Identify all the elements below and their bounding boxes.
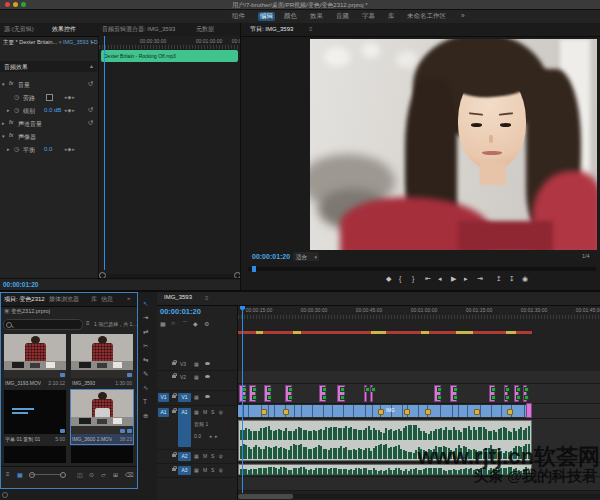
media-thumbnail[interactable] bbox=[4, 390, 66, 434]
effect-value[interactable]: 0.0 bbox=[44, 146, 52, 152]
solo-button[interactable]: S bbox=[211, 467, 214, 473]
v2-title-clip[interactable] bbox=[285, 385, 292, 402]
play-button[interactable]: ▶ bbox=[451, 275, 456, 283]
track-header-A1[interactable]: A1A1▦MSψ音频 10.0◂ ▸ bbox=[157, 406, 237, 450]
timeline-settings-icon[interactable]: ⚙ bbox=[204, 320, 209, 327]
effect-row-旁路[interactable]: ◷旁路◂◆▸ bbox=[0, 91, 97, 104]
zoom-slider-min-handle[interactable] bbox=[29, 472, 35, 478]
v2-title-clip[interactable] bbox=[264, 385, 271, 402]
track-toggle-icon[interactable]: ▦ bbox=[194, 453, 199, 459]
twirl-icon[interactable]: ▸ bbox=[7, 146, 10, 152]
workspace-tab-7[interactable]: 未命名工作区 bbox=[407, 12, 446, 21]
icon-view-button[interactable]: ▦ bbox=[17, 471, 23, 478]
track-volume-nav[interactable]: ◂ ▸ bbox=[209, 433, 218, 439]
scroll-dot[interactable] bbox=[2, 492, 8, 498]
v2-title-clip[interactable] bbox=[526, 403, 532, 418]
v2-title-clip[interactable] bbox=[504, 385, 508, 402]
track-enable-V3[interactable]: V3 bbox=[180, 361, 186, 367]
lock-icon[interactable] bbox=[172, 375, 176, 378]
v2-title-clip[interactable] bbox=[514, 385, 519, 402]
effect-value[interactable]: 0.0 dB bbox=[44, 107, 61, 113]
timeline-hscroll-handle[interactable] bbox=[238, 494, 293, 499]
effect-row-音量[interactable]: ▾fx音量↺ bbox=[0, 78, 97, 91]
stopwatch-icon[interactable]: ◷ bbox=[14, 145, 19, 152]
project-breadcrumb[interactable]: ▣ 变色2312.prproj bbox=[4, 308, 50, 315]
tool-razor[interactable]: ✂ bbox=[143, 342, 148, 350]
find-button[interactable]: ⊙ bbox=[89, 471, 94, 478]
track-toggle-icon[interactable]: ▦ bbox=[194, 409, 199, 415]
tool-pen[interactable]: ✎ bbox=[143, 370, 148, 378]
zoom-slider-max-handle[interactable] bbox=[60, 472, 66, 478]
step-forward-button[interactable]: ▸ bbox=[464, 275, 468, 283]
track-output-eye-icon[interactable] bbox=[205, 395, 210, 398]
lock-icon[interactable] bbox=[172, 362, 176, 365]
program-scrubber-playhead[interactable] bbox=[252, 266, 256, 272]
media-item[interactable]: IMG_3600 2.MOV38:23 bbox=[71, 390, 133, 444]
mic-icon[interactable]: ψ bbox=[219, 409, 223, 415]
audio-clip-bar[interactable]: Dexter Britain - Rocking Off.mp3 bbox=[101, 50, 238, 62]
program-scrubber[interactable] bbox=[248, 267, 596, 271]
project-tab-0[interactable]: 项目: 变色2312 bbox=[4, 295, 45, 304]
track-header-A2[interactable]: A2▦MSψ bbox=[157, 450, 237, 464]
track-volume-value[interactable]: 0.0 bbox=[194, 433, 201, 439]
lift-button[interactable]: ↥ bbox=[496, 275, 502, 283]
media-item[interactable]: IMG_35931:30:00 bbox=[71, 334, 133, 388]
track-toggle-icon[interactable]: ▦ bbox=[194, 361, 199, 367]
list-view-button[interactable]: ≡ bbox=[6, 471, 10, 477]
keyframe-nav[interactable]: ◂◆▸ bbox=[64, 94, 76, 100]
mark-out-button[interactable]: } bbox=[412, 275, 414, 282]
program-timecode[interactable]: 00:00:01:20 bbox=[252, 253, 290, 260]
media-item[interactable]: IMG_3193.MOV2:10:12 bbox=[4, 334, 66, 388]
track-enable-V2[interactable]: V2 bbox=[180, 374, 186, 380]
track-enable-V1[interactable]: V1 bbox=[178, 393, 191, 402]
tool-slip[interactable]: ⇆ bbox=[143, 356, 148, 364]
twirl-icon[interactable]: ▾ bbox=[2, 133, 5, 139]
tool-track-select[interactable]: ⇥ bbox=[143, 314, 148, 322]
v2-title-clip[interactable] bbox=[434, 385, 441, 402]
lock-icon[interactable] bbox=[172, 454, 176, 457]
twirl-icon[interactable]: ▾ bbox=[2, 81, 5, 87]
fx-badge-icon[interactable] bbox=[283, 409, 289, 415]
step-back-button[interactable]: ◂ bbox=[438, 275, 442, 283]
v2-title-clip[interactable] bbox=[523, 385, 527, 402]
fx-badge-icon[interactable] bbox=[404, 409, 410, 415]
ec-timecode[interactable]: 00:00:01:20 bbox=[3, 281, 38, 288]
nest-toggle-icon[interactable]: ▦ bbox=[160, 320, 166, 327]
lock-icon[interactable] bbox=[172, 395, 176, 398]
v1-video-clip[interactable]: IMG bbox=[238, 405, 532, 417]
timeline-ruler[interactable]: 00:00:15:0000:00:30:0000:00:45:0000:01:0… bbox=[238, 306, 600, 315]
extract-button[interactable]: ↧ bbox=[509, 275, 515, 283]
fit-dropdown[interactable]: 适合 ▾ bbox=[293, 252, 319, 261]
zoom-slider-track[interactable] bbox=[31, 474, 61, 475]
mute-button[interactable]: M bbox=[203, 409, 207, 415]
reset-icon[interactable]: ↺ bbox=[88, 119, 93, 127]
reset-icon[interactable]: ↺ bbox=[88, 80, 93, 88]
new-bin-button[interactable]: ▱ bbox=[101, 471, 106, 478]
media-thumbnail[interactable] bbox=[4, 334, 66, 378]
track-header-V1[interactable]: V1V1▦ bbox=[157, 391, 237, 406]
bypass-checkbox[interactable] bbox=[46, 94, 53, 101]
v2-title-clip[interactable] bbox=[370, 385, 373, 402]
automate-to-sequence-button[interactable]: ◫ bbox=[77, 471, 83, 478]
keyframe-nav[interactable]: ◂◆▸ bbox=[64, 146, 76, 152]
workspace-tab-3[interactable]: 效果 bbox=[310, 12, 323, 21]
search-input[interactable] bbox=[3, 319, 83, 330]
stopwatch-icon[interactable]: ◷ bbox=[14, 106, 19, 113]
panel-menu-icon[interactable]: ≡ bbox=[205, 295, 209, 301]
source-patch-A1[interactable]: A1 bbox=[158, 408, 169, 417]
fx-badge-icon[interactable] bbox=[378, 409, 384, 415]
tool-zoom[interactable]: ⊕ bbox=[143, 412, 148, 420]
effect-row-声道音量[interactable]: ▸fx声道音量↺ bbox=[0, 117, 97, 130]
mute-button[interactable]: M bbox=[203, 453, 207, 459]
effect-row-声像器[interactable]: ▾fx声像器 bbox=[0, 130, 97, 143]
fx-badge-icon[interactable] bbox=[425, 409, 431, 415]
v2-title-clip[interactable] bbox=[319, 385, 326, 402]
tool-selection[interactable]: ↖ bbox=[143, 300, 148, 308]
media-thumbnail-partial[interactable] bbox=[71, 446, 133, 463]
workspace-tab-1[interactable]: 编辑 bbox=[258, 12, 275, 21]
ec-playhead[interactable] bbox=[104, 36, 105, 270]
ec-tab-1[interactable]: 效果控件 bbox=[52, 25, 76, 34]
project-tab-1[interactable]: 媒体浏览器 bbox=[49, 295, 79, 304]
media-thumbnail-partial[interactable] bbox=[4, 446, 66, 463]
clip-selector-sequence[interactable]: 主要 * Dexter Britain... bbox=[3, 39, 57, 45]
